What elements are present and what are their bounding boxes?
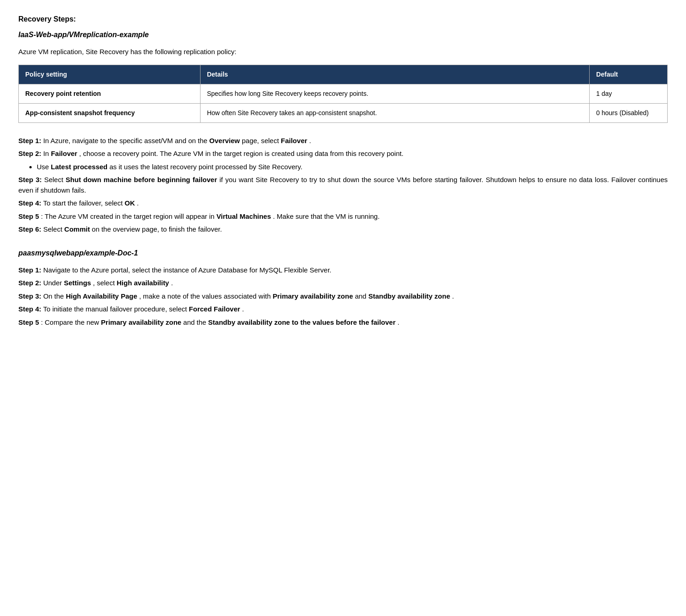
- sec2-step-3-label: Step 3:: [18, 292, 41, 300]
- step-5-line: Step 5 : The Azure VM created in the tar…: [18, 211, 668, 222]
- step-1-bold-overview: Overview: [209, 137, 240, 144]
- step-2-bold-failover: Failover: [51, 150, 78, 157]
- sec2-step-3-bold-primary: Primary availability zone: [273, 292, 353, 300]
- sec2-step-1-text: Navigate to the Azure portal, select the…: [43, 266, 331, 274]
- sec2-step-4-label: Step 4:: [18, 305, 41, 313]
- steps-section-2: Step 1: Navigate to the Azure portal, se…: [18, 265, 668, 328]
- step-4-end: .: [137, 199, 139, 207]
- step-3-text1: Select: [44, 176, 66, 183]
- table-row: Recovery point retention Specifies how l…: [19, 84, 668, 103]
- sec2-step-2-end: .: [171, 279, 173, 287]
- step-4-bold-ok: OK: [125, 199, 135, 207]
- col-header-policy: Policy setting: [19, 65, 201, 84]
- policy-cell-1: Recovery point retention: [19, 84, 201, 103]
- sec2-step-3-line: Step 3: On the High Availability Page , …: [18, 291, 668, 302]
- sec2-step-2-text2: , select: [93, 279, 117, 287]
- step-4-text: To start the failover, select: [43, 199, 125, 207]
- sec2-step-2-line: Step 2: Under Settings , select High ava…: [18, 278, 668, 289]
- sec2-step-5-text2: and the: [183, 318, 208, 326]
- step-1-line: Step 1: In Azure, navigate to the specif…: [18, 136, 668, 146]
- step-5-label: Step 5: [18, 212, 39, 220]
- step-6-line: Step 6: Select Commit on the overview pa…: [18, 224, 668, 235]
- step-5-text2: . Make sure that the VM is running.: [273, 212, 380, 220]
- sec2-step-2-text1: Under: [43, 279, 64, 287]
- step-1-end: .: [309, 137, 311, 144]
- bullet-bold-latest: Latest processed: [51, 163, 107, 171]
- step-2-text1: In: [43, 150, 51, 157]
- step-1-label: Step 1:: [18, 137, 41, 144]
- sec2-step-5-label: Step 5: [18, 318, 39, 326]
- recovery-steps-heading: Recovery Steps:: [18, 14, 668, 25]
- sec2-step-3-end: .: [452, 292, 454, 300]
- vm-name-section2: paasmysqlwebapp/example-Doc-1: [18, 248, 668, 259]
- sec2-step-5-bold-standby: Standby availability zone to the values …: [208, 318, 396, 326]
- step-1-bold-failover: Failover: [281, 137, 307, 144]
- step-1-text: In Azure, navigate to the specific asset…: [43, 137, 209, 144]
- bullet-item-1: Use Latest processed as it uses the late…: [37, 162, 668, 172]
- step-2-line: Step 2: In Failover , choose a recovery …: [18, 149, 668, 159]
- table-header: Policy setting Details Default: [19, 65, 668, 84]
- sec2-step-3-text1: On the: [43, 292, 66, 300]
- sec2-step-2-label: Step 2:: [18, 279, 41, 287]
- step-6-text1: Select: [43, 225, 64, 233]
- step-4-label: Step 4:: [18, 199, 41, 207]
- sec2-step-3-text3: and: [355, 292, 368, 300]
- step-4-line: Step 4: To start the failover, select OK…: [18, 198, 668, 209]
- table-body: Recovery point retention Specifies how l…: [19, 84, 668, 122]
- details-cell-1: Specifies how long Site Recovery keeps r…: [200, 84, 589, 103]
- step-1-text2: page, select: [242, 137, 281, 144]
- step-2-label: Step 2:: [18, 150, 41, 157]
- step-6-label: Step 6:: [18, 225, 41, 233]
- step-2-bullets: Use Latest processed as it uses the late…: [37, 162, 668, 172]
- default-cell-1: 1 day: [590, 84, 668, 103]
- sec2-step-1-label: Step 1:: [18, 266, 41, 274]
- step-5-bold-vm: Virtual Machines: [217, 212, 271, 220]
- sec2-step-5-line: Step 5 : Compare the new Primary availab…: [18, 317, 668, 328]
- sec2-step-4-end: .: [242, 305, 244, 313]
- table-row: App-consistent snapshot frequency How of…: [19, 103, 668, 122]
- sec2-step-2-bold-ha: High availability: [117, 279, 169, 287]
- sec2-step-4-line: Step 4: To initiate the manual failover …: [18, 304, 668, 315]
- sec2-step-4-text1: To initiate the manual failover procedur…: [43, 305, 189, 313]
- step-3-label: Step 3:: [18, 176, 42, 183]
- step-3-bold-shutdown: Shut down machine before beginning failo…: [66, 176, 217, 183]
- intro-text: Azure VM replication, Site Recovery has …: [18, 47, 668, 57]
- step-2-text2: , choose a recovery point. The Azure VM …: [79, 150, 404, 157]
- policy-cell-2: App-consistent snapshot frequency: [19, 103, 201, 122]
- step-3-line: Step 3: Select Shut down machine before …: [18, 175, 668, 195]
- sec2-step-5-end: .: [397, 318, 399, 326]
- sec2-step-3-bold-standby: Standby availability zone: [368, 292, 450, 300]
- vm-name-section1: IaaS-Web-app/VMreplication-example: [18, 29, 668, 40]
- step-5-text1: : The Azure VM created in the target reg…: [41, 212, 216, 220]
- col-header-details: Details: [200, 65, 589, 84]
- sec2-step-2-bold-settings: Settings: [64, 279, 91, 287]
- details-cell-2: How often Site Recovery takes an app-con…: [200, 103, 589, 122]
- step-6-text2: on the overview page, to finish the fail…: [92, 225, 222, 233]
- steps-section-1: Step 1: In Azure, navigate to the specif…: [18, 136, 668, 235]
- default-cell-2: 0 hours (Disabled): [590, 103, 668, 122]
- step-6-bold-commit: Commit: [64, 225, 90, 233]
- col-header-default: Default: [590, 65, 668, 84]
- sec2-step-1-line: Step 1: Navigate to the Azure portal, se…: [18, 265, 668, 276]
- sec2-step-3-text2: , make a note of the values associated w…: [139, 292, 273, 300]
- sec2-step-5-text1: : Compare the new: [41, 318, 101, 326]
- policy-table: Policy setting Details Default Recovery …: [18, 65, 668, 123]
- sec2-step-3-bold-hap: High Availability Page: [66, 292, 137, 300]
- sec2-step-4-bold-forced: Forced Failover: [189, 305, 240, 313]
- sec2-step-5-bold-primary: Primary availability zone: [101, 318, 181, 326]
